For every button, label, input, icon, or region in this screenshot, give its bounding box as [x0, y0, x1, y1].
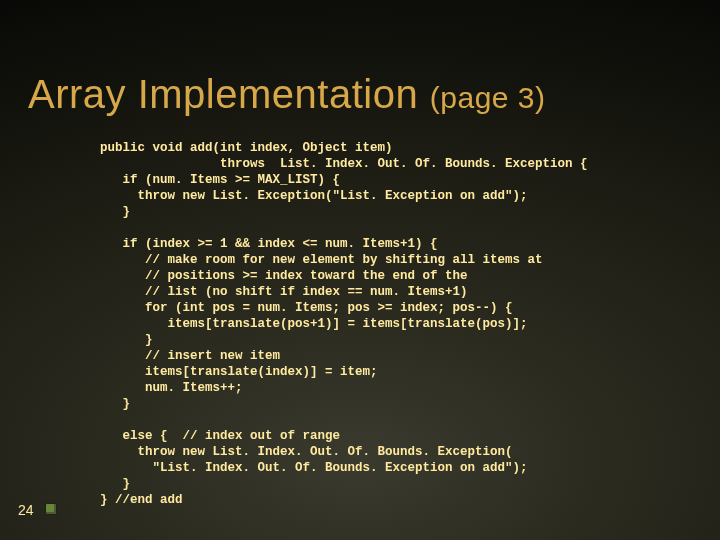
code-line: // positions >= index toward the end of … — [100, 269, 468, 283]
code-line: // insert new item — [100, 349, 280, 363]
slide: Array Implementation (page 3) public voi… — [0, 0, 720, 540]
code-line: // make room for new element by shifting… — [100, 253, 543, 267]
code-line: } — [100, 205, 130, 219]
code-line: // list (no shift if index == num. Items… — [100, 285, 468, 299]
code-line: "List. Index. Out. Of. Bounds. Exception… — [100, 461, 528, 475]
title-main: Array Implementation — [28, 72, 430, 116]
code-line: throws List. Index. Out. Of. Bounds. Exc… — [100, 157, 588, 171]
code-line: } — [100, 397, 130, 411]
slide-title: Array Implementation (page 3) — [28, 72, 546, 117]
code-line: if (index >= 1 && index <= num. Items+1)… — [100, 237, 438, 251]
code-line: throw new List. Exception("List. Excepti… — [100, 189, 528, 203]
code-block: public void add(int index, Object item) … — [100, 140, 710, 508]
code-line: if (num. Items >= MAX_LIST) { — [100, 173, 340, 187]
slide-number: 24 — [18, 502, 34, 518]
code-line: num. Items++; — [100, 381, 243, 395]
code-line: } //end add — [100, 493, 183, 507]
title-page: (page 3) — [430, 81, 546, 114]
code-line: throw new List. Index. Out. Of. Bounds. … — [100, 445, 513, 459]
code-line: for (int pos = num. Items; pos >= index;… — [100, 301, 513, 315]
code-line: } — [100, 333, 153, 347]
code-line: items[translate(index)] = item; — [100, 365, 378, 379]
code-line: } — [100, 477, 130, 491]
code-line: else { // index out of range — [100, 429, 340, 443]
code-line: items[translate(pos+1)] = items[translat… — [100, 317, 528, 331]
code-line: public void add(int index, Object item) — [100, 141, 393, 155]
bullet-icon — [46, 504, 56, 514]
